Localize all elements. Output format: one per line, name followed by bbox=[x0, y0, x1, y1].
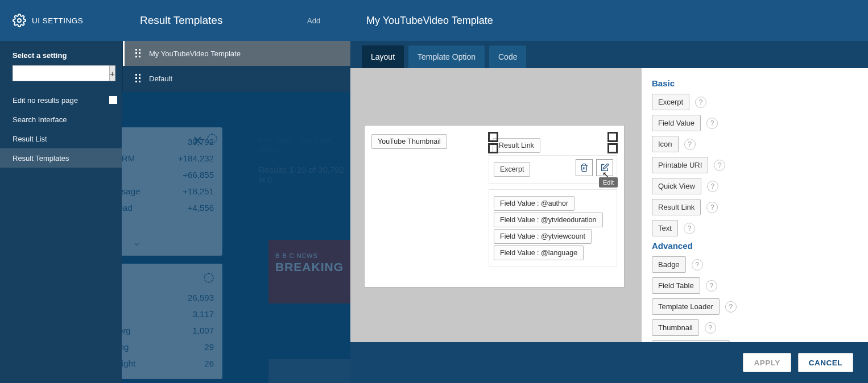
palette-chip-result-link[interactable]: Result Link bbox=[652, 199, 701, 215]
gear-icon bbox=[13, 14, 26, 27]
palette-chip-field-value[interactable]: Field Value bbox=[652, 115, 701, 131]
drag-handle-icon[interactable] bbox=[135, 49, 141, 58]
help-icon[interactable]: ? bbox=[725, 301, 737, 313]
editor-footer: APPLY CANCEL bbox=[350, 342, 868, 383]
header-drop-zone[interactable]: Result Link bbox=[489, 132, 617, 153]
sidebar-item-search-interface[interactable]: Search Interface bbox=[0, 110, 122, 129]
palette-row: Field Table? bbox=[652, 277, 858, 294]
cancel-button[interactable]: CANCEL bbox=[798, 353, 853, 372]
component-palette: Basic Excerpt?Field Value?Icon?Printable… bbox=[642, 68, 868, 342]
palette-row: Icon? bbox=[652, 136, 858, 152]
palette-row: Result Link? bbox=[652, 199, 858, 215]
palette-advanced-heading: Advanced bbox=[652, 241, 858, 251]
palette-chip-thumbnail[interactable]: Thumbnail bbox=[652, 319, 699, 336]
layout-canvas: YouTube Thumbnail Result Link Excerpt bbox=[350, 68, 642, 342]
field-value-component[interactable]: Field Value : @ytviewcount bbox=[494, 229, 592, 244]
trash-icon bbox=[580, 163, 589, 172]
section-title: Result Templates bbox=[122, 14, 270, 27]
sidebar-item-edit-no-results-page[interactable]: Edit no results page bbox=[0, 90, 122, 110]
checkbox[interactable] bbox=[109, 96, 117, 104]
help-icon[interactable]: ? bbox=[695, 97, 706, 108]
palette-chip-excerpt[interactable]: Excerpt bbox=[652, 94, 689, 110]
field-value-component[interactable]: Field Value : @author bbox=[494, 196, 574, 211]
palette-row: Printable URI? bbox=[652, 157, 858, 173]
palette-chip-text[interactable]: Text bbox=[652, 220, 678, 236]
add-setting-button[interactable]: + bbox=[109, 65, 115, 81]
sidebar-item-result-list[interactable]: Result List bbox=[0, 129, 122, 148]
field-value-component[interactable]: Field Value : @language bbox=[494, 245, 584, 260]
select-setting-label: Select a setting bbox=[0, 51, 122, 65]
palette-row: Field Value? bbox=[652, 115, 858, 131]
palette-row: Thumbnail? bbox=[652, 319, 858, 336]
palette-row: Text? bbox=[652, 220, 858, 236]
excerpt-component[interactable]: Excerpt bbox=[494, 162, 530, 177]
add-template-link[interactable]: Add bbox=[307, 16, 320, 25]
select-setting-row: + bbox=[0, 65, 122, 90]
template-card: YouTube Thumbnail Result Link Excerpt bbox=[364, 125, 625, 288]
svg-point-0 bbox=[18, 19, 21, 22]
editor-title: My YouTubeVideo Template bbox=[366, 15, 493, 27]
select-setting-input[interactable] bbox=[13, 65, 109, 81]
help-icon[interactable]: ? bbox=[714, 160, 725, 171]
help-icon[interactable]: ? bbox=[707, 181, 718, 192]
help-icon[interactable]: ? bbox=[706, 202, 718, 213]
tab-layout[interactable]: Layout bbox=[362, 45, 404, 68]
apply-button[interactable]: APPLY bbox=[743, 353, 791, 372]
tab-code[interactable]: Code bbox=[489, 45, 526, 68]
settings-sidebar: Select a setting + Edit no results pageS… bbox=[0, 41, 122, 383]
help-icon[interactable]: ? bbox=[705, 322, 716, 334]
top-bar: UI SETTINGS Result Templates Add My YouT… bbox=[0, 0, 868, 41]
palette-basic-heading: Basic bbox=[652, 78, 858, 88]
template-item[interactable]: Default bbox=[123, 66, 350, 91]
edit-tooltip: Edit bbox=[599, 177, 618, 188]
drag-handle-icon[interactable] bbox=[135, 74, 141, 83]
excerpt-row[interactable]: Excerpt ↖ Edit bbox=[489, 155, 617, 184]
palette-row: Quick View? bbox=[652, 178, 858, 194]
editor-tabs: LayoutTemplate OptionCode bbox=[350, 41, 868, 68]
palette-chip-template-loader[interactable]: Template Loader bbox=[652, 298, 720, 315]
template-item-label: My YouTubeVideo Template bbox=[149, 49, 241, 58]
palette-chip-icon[interactable]: Icon bbox=[652, 136, 679, 152]
help-icon[interactable]: ? bbox=[706, 280, 717, 292]
palette-chip-badge[interactable]: Badge bbox=[652, 256, 686, 273]
tab-template-option[interactable]: Template Option bbox=[408, 45, 485, 68]
field-value-list: Field Value : @authorField Value : @ytvi… bbox=[489, 189, 617, 267]
help-icon[interactable]: ? bbox=[684, 139, 696, 150]
palette-row: Excerpt? bbox=[652, 94, 858, 110]
template-item-label: Default bbox=[149, 74, 172, 83]
youtube-thumbnail-component[interactable]: YouTube Thumbnail bbox=[371, 134, 447, 149]
palette-row: Badge? bbox=[652, 256, 858, 273]
edit-button[interactable]: ↖ bbox=[596, 159, 613, 176]
field-value-component[interactable]: Field Value : @ytvideoduration bbox=[494, 213, 603, 227]
palette-row: Template Loader? bbox=[652, 298, 858, 315]
app-label: UI SETTINGS bbox=[32, 16, 83, 25]
template-editor: LayoutTemplate OptionCode YouTube Thumbn… bbox=[350, 41, 868, 342]
palette-chip-quick-view[interactable]: Quick View bbox=[652, 178, 701, 194]
palette-chip-printable-uri[interactable]: Printable URI bbox=[652, 157, 708, 173]
result-link-component[interactable]: Result Link bbox=[493, 138, 540, 153]
palette-chip-field-table[interactable]: Field Table bbox=[652, 277, 700, 294]
delete-button[interactable] bbox=[576, 159, 593, 176]
help-icon[interactable]: ? bbox=[706, 118, 718, 129]
template-list: My YouTubeVideo TemplateDefault bbox=[122, 41, 350, 92]
sidebar-item-result-templates[interactable]: Result Templates bbox=[0, 148, 122, 168]
help-icon[interactable]: ? bbox=[692, 259, 703, 270]
help-icon[interactable]: ? bbox=[684, 223, 695, 234]
app-brand: UI SETTINGS bbox=[0, 14, 122, 27]
template-item[interactable]: My YouTubeVideo Template bbox=[123, 41, 350, 66]
